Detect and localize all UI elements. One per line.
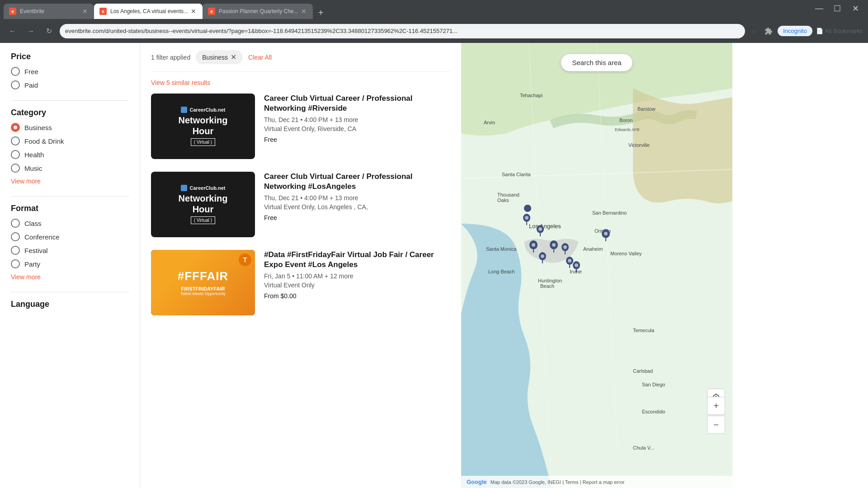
filter-option-class[interactable]: Class: [11, 219, 129, 228]
filter-option-health[interactable]: Health: [11, 150, 129, 159]
radio-conference[interactable]: [11, 232, 20, 241]
svg-point-54: [604, 232, 608, 235]
similar-results-link[interactable]: View 5 similar results: [151, 79, 450, 86]
event-card-2[interactable]: CareerClub.net NetworkingHour ( Virtual …: [151, 172, 450, 237]
tab-passion[interactable]: e Passion Planner Quarterly Che... ✕: [203, 4, 312, 19]
filter-option-conference[interactable]: Conference: [11, 232, 129, 241]
event-date-1: Thu, Dec 21 • 4:00 PM + 13 more: [264, 116, 450, 123]
price-title: Price: [11, 52, 129, 61]
fff-subtitle: FIRSTFRIDAYFAIR Talent Meets Opportunity: [180, 286, 226, 296]
refresh-button[interactable]: ↻: [42, 24, 56, 38]
event-thumb-1: CareerClub.net NetworkingHour ( Virtual …: [151, 94, 255, 159]
format-title: Format: [11, 204, 129, 213]
radio-class[interactable]: [11, 219, 20, 228]
filter-option-food[interactable]: Food & Drink: [11, 136, 129, 145]
event-title-3: #Data #FirstFridayFair Virtual Job Fair …: [264, 250, 450, 270]
category-section: Category Business Food & Drink Health Mu…: [11, 108, 129, 185]
svg-point-33: [538, 227, 542, 231]
radio-free[interactable]: [11, 67, 20, 76]
svg-text:Carlsbad: Carlsbad: [633, 368, 653, 374]
zoom-in-button[interactable]: +: [707, 397, 725, 415]
tab-close-eventbrite[interactable]: ✕: [81, 8, 89, 15]
networking-main-text-2: NetworkingHour: [179, 193, 228, 215]
filter-option-free[interactable]: Free: [11, 67, 129, 76]
sidebar: Price Free Paid Category Business Food &…: [0, 43, 140, 488]
filter-option-music[interactable]: Music: [11, 164, 129, 173]
back-button[interactable]: ←: [5, 24, 20, 38]
svg-text:San Bernardino: San Bernardino: [592, 210, 627, 216]
svg-text:Boron: Boron: [619, 117, 632, 123]
radio-health[interactable]: [11, 150, 20, 159]
radio-paid[interactable]: [11, 80, 20, 89]
svg-text:Huntington: Huntington: [538, 278, 562, 283]
event-location-3: Virtual Event Only: [264, 282, 450, 289]
active-filter-label: Business: [202, 54, 228, 61]
map-attribution: Map data ©2023 Google, INEGI | Terms | R…: [491, 479, 625, 485]
event-location-1: Virtual Event Only, Riverside, CA: [264, 125, 450, 132]
zoom-out-button[interactable]: −: [707, 416, 725, 434]
tab-la[interactable]: e Los Angeles, CA virtual events... ✕: [94, 4, 203, 19]
svg-point-48: [568, 259, 571, 263]
category-view-more[interactable]: View more: [11, 178, 41, 185]
map-background: Arvin Tehachapi Barstow Victorville Boro…: [461, 43, 732, 488]
forward-button[interactable]: →: [24, 24, 38, 38]
careerclub-logo-2: CareerClub.net: [190, 185, 226, 191]
event-card-3[interactable]: #FFFAIR T FIRSTFRIDAYFAIR Talent Meets O…: [151, 250, 450, 315]
svg-text:Edwards AFB: Edwards AFB: [615, 127, 640, 132]
svg-text:Irvine: Irvine: [570, 269, 582, 274]
svg-text:Chula V...: Chula V...: [633, 445, 654, 450]
tab-close-passion[interactable]: ✕: [300, 8, 307, 15]
close-button[interactable]: ✕: [850, 4, 861, 14]
svg-text:Anaheim: Anaheim: [583, 246, 603, 252]
svg-text:Arvin: Arvin: [484, 120, 495, 125]
maximize-button[interactable]: ☐: [832, 4, 843, 14]
networking-main-text: NetworkingHour: [179, 115, 228, 136]
event-title-1: Career Club Virtual Career / Professiona…: [264, 94, 450, 113]
address-input[interactable]: [60, 24, 745, 38]
tab-close-la[interactable]: ✕: [190, 8, 197, 15]
filter-option-business[interactable]: Business: [11, 123, 129, 132]
active-filter-tag[interactable]: Business ✕: [196, 50, 243, 64]
radio-party[interactable]: [11, 259, 20, 268]
filter-bar: 1 filter applied Business ✕ Clear All: [151, 43, 450, 72]
event-card-1[interactable]: CareerClub.net NetworkingHour ( Virtual …: [151, 94, 450, 159]
jobfair-thumb: #FFFAIR T FIRSTFRIDAYFAIR Talent Meets O…: [151, 250, 255, 315]
remove-filter-icon[interactable]: ✕: [231, 53, 236, 61]
tab-icon-la: e: [99, 8, 107, 15]
language-section: Language: [11, 300, 129, 309]
svg-text:Barstow: Barstow: [637, 106, 656, 112]
minimize-button[interactable]: —: [814, 4, 825, 14]
radio-festival[interactable]: [11, 246, 20, 255]
category-title: Category: [11, 108, 129, 117]
event-price-1: Free: [264, 136, 450, 143]
bookmark-star-icon[interactable]: ☆: [749, 26, 760, 37]
radio-business[interactable]: [11, 123, 20, 132]
new-tab-button[interactable]: +: [315, 6, 327, 19]
filter-option-festival[interactable]: Festival: [11, 246, 129, 255]
search-this-area-button[interactable]: Search this area: [561, 54, 632, 71]
tab-label-passion: Passion Planner Quarterly Che...: [219, 8, 298, 14]
svg-text:Escondido: Escondido: [642, 409, 665, 414]
radio-food[interactable]: [11, 136, 20, 145]
bookmarks-button[interactable]: 📄 All Bookmarks: [816, 28, 863, 34]
divider-3: [11, 292, 129, 292]
tab-label-eventbrite: Eventbrite: [20, 8, 80, 14]
svg-text:Tehachapi: Tehachapi: [520, 93, 542, 98]
event-date-3: Fri, Jan 5 • 11:00 AM + 12 more: [264, 272, 450, 280]
tab-eventbrite[interactable]: e Eventbrite ✕: [4, 4, 94, 19]
clear-all-button[interactable]: Clear All: [248, 54, 272, 61]
divider-1: [11, 100, 129, 101]
filter-option-paid[interactable]: Paid: [11, 80, 129, 89]
extension-icon[interactable]: [763, 26, 774, 37]
address-bar-row: ← → ↻ ☆ Incognito 📄 All Bookmarks: [0, 19, 868, 43]
svg-text:Oaks: Oaks: [497, 197, 509, 203]
svg-text:Long Beach: Long Beach: [488, 269, 515, 274]
tab-icon-eventbrite: e: [9, 8, 16, 15]
svg-text:Beach: Beach: [540, 283, 554, 289]
incognito-button[interactable]: Incognito: [778, 26, 812, 36]
format-view-more[interactable]: View more: [11, 273, 41, 281]
fff-title: #FFFAIR: [178, 269, 228, 283]
svg-text:Moreno Valley: Moreno Valley: [610, 251, 642, 256]
radio-music[interactable]: [11, 164, 20, 173]
filter-option-party[interactable]: Party: [11, 259, 129, 268]
